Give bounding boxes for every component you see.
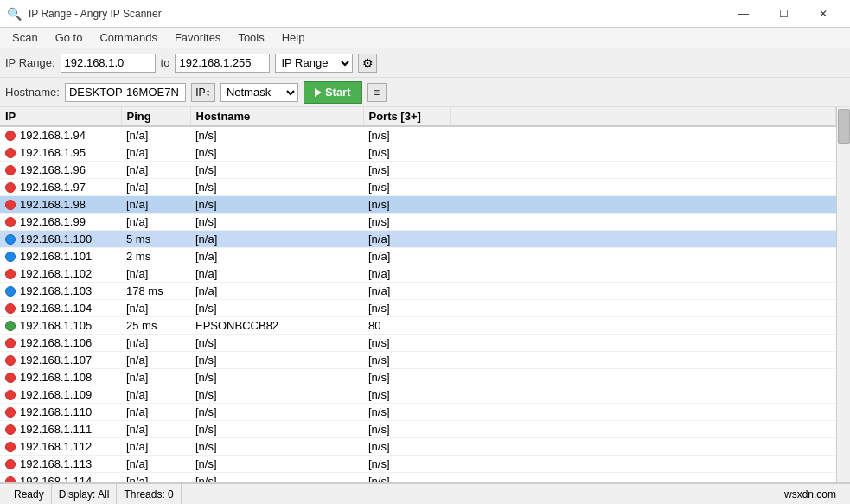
menu-item-help[interactable]: Help <box>273 28 314 48</box>
table-row[interactable]: 192.168.1.106[n/a][n/s][n/s] <box>0 335 836 352</box>
close-button[interactable]: ✕ <box>803 0 843 28</box>
maximize-button[interactable]: ☐ <box>764 0 803 28</box>
ip-cell: 192.168.1.113 <box>0 456 121 473</box>
extra-cell <box>450 265 836 283</box>
table-row[interactable]: 192.168.1.102[n/a][n/a][n/a] <box>0 265 836 283</box>
table-row[interactable]: 192.168.1.104[n/a][n/s][n/s] <box>0 300 836 317</box>
ip-cell: 192.168.1.108 <box>0 369 121 386</box>
table-row[interactable]: 192.168.1.108[n/a][n/s][n/s] <box>0 369 836 386</box>
status-dot-red <box>5 200 16 210</box>
ping-cell: [n/a] <box>121 335 190 352</box>
menu-bar: ScanGo toCommandsFavoritesToolsHelp <box>0 28 850 48</box>
status-dot-red <box>5 476 16 484</box>
ready-text: Ready <box>14 488 44 501</box>
settings-gear-button[interactable]: ⚙ <box>358 54 377 73</box>
list-options-button[interactable]: ≡ <box>367 83 387 102</box>
table-row[interactable]: 192.168.1.110[n/a][n/s][n/s] <box>0 404 836 421</box>
col-header-ports[interactable]: Ports [3+] <box>363 107 450 126</box>
ports-cell: [n/s] <box>363 421 450 438</box>
hostname-cell: [n/s] <box>190 214 363 231</box>
status-dot-red <box>5 390 16 400</box>
ip-to-input[interactable] <box>175 54 270 73</box>
ip-cell: 192.168.1.101 <box>0 248 121 265</box>
menu-item-scan[interactable]: Scan <box>3 28 47 48</box>
ip-sort-button[interactable]: IP↕ <box>191 83 215 102</box>
col-header-ping[interactable]: Ping <box>121 107 190 126</box>
ports-cell: [n/s] <box>363 369 450 386</box>
status-dot-red <box>5 338 16 348</box>
ports-cell: [n/s] <box>363 352 450 369</box>
hostname-cell: [n/s] <box>190 196 363 214</box>
table-row[interactable]: 192.168.1.114[n/a][n/s][n/s] <box>0 473 836 484</box>
status-dot-red <box>5 459 16 469</box>
col-header-hostname[interactable]: Hostname <box>190 107 363 126</box>
ping-cell: 178 ms <box>121 283 190 300</box>
ip-cell: 192.168.1.105 <box>0 317 121 335</box>
hostname-input[interactable] <box>65 83 186 102</box>
table-row[interactable]: 192.168.1.1012 ms[n/a][n/a] <box>0 248 836 265</box>
status-dot-blue <box>5 252 16 262</box>
table-row[interactable]: 192.168.1.95[n/a][n/s][n/s] <box>0 144 836 162</box>
ports-cell: [n/s] <box>363 386 450 404</box>
menu-item-tools[interactable]: Tools <box>229 28 272 48</box>
status-dot-red <box>5 165 16 175</box>
ip-address: 192.168.1.96 <box>20 163 86 176</box>
extra-cell <box>450 196 836 214</box>
table-row[interactable]: 192.168.1.99[n/a][n/s][n/s] <box>0 214 836 231</box>
table-row[interactable]: 192.168.1.113[n/a][n/s][n/s] <box>0 456 836 473</box>
table-row[interactable]: 192.168.1.111[n/a][n/s][n/s] <box>0 421 836 438</box>
table-row[interactable]: 192.168.1.97[n/a][n/s][n/s] <box>0 179 836 196</box>
status-dot-green <box>5 321 16 331</box>
toolbar-row1: IP Range: to IP Range Subnet Random ⚙ <box>0 48 850 78</box>
status-dot-red <box>5 407 16 418</box>
hostname-cell: [n/s] <box>190 421 363 438</box>
ping-cell: [n/a] <box>121 369 190 386</box>
table-row[interactable]: 192.168.1.96[n/a][n/s][n/s] <box>0 162 836 179</box>
table-row[interactable]: 192.168.1.109[n/a][n/s][n/s] <box>0 386 836 404</box>
ip-cell: 192.168.1.107 <box>0 352 121 369</box>
ip-sort-label: IP↕ <box>195 86 210 99</box>
ports-cell: [n/s] <box>363 179 450 196</box>
ip-cell: 192.168.1.94 <box>0 126 121 144</box>
table-row[interactable]: 192.168.1.94[n/a][n/s][n/s] <box>0 126 836 144</box>
ip-from-input[interactable] <box>61 54 156 73</box>
ping-cell: [n/a] <box>121 179 190 196</box>
extra-cell <box>450 438 836 456</box>
ip-cell: 192.168.1.114 <box>0 473 121 484</box>
table-row[interactable]: 192.168.1.103178 ms[n/a][n/a] <box>0 283 836 300</box>
ip-address: 192.168.1.94 <box>20 129 86 142</box>
to-label: to <box>161 56 170 69</box>
ip-address: 192.168.1.102 <box>20 267 92 280</box>
range-type-select[interactable]: IP Range Subnet Random <box>275 54 353 73</box>
status-display: Display: All <box>52 484 118 504</box>
status-threads: Threads: 0 <box>117 484 181 504</box>
menu-item-favorites[interactable]: Favorites <box>166 28 229 48</box>
col-header-ip[interactable]: IP <box>0 107 121 126</box>
results-table-container[interactable]: IP Ping Hostname Ports [3+] 192.168.1.94… <box>0 107 850 483</box>
hostname-cell: [n/s] <box>190 352 363 369</box>
ip-range-label: IP Range: <box>5 56 55 69</box>
start-button[interactable]: Start <box>304 81 362 104</box>
ports-cell: [n/s] <box>363 335 450 352</box>
status-dot-red <box>5 217 16 227</box>
extra-cell <box>450 248 836 265</box>
menu-item-go-to[interactable]: Go to <box>47 28 92 48</box>
table-row[interactable]: 192.168.1.10525 msEPSONBCCB8280 <box>0 317 836 335</box>
ip-cell: 192.168.1.100 <box>0 231 121 248</box>
hostname-cell: [n/a] <box>190 283 363 300</box>
status-dot-red <box>5 182 16 193</box>
ip-cell: 192.168.1.103 <box>0 283 121 300</box>
toolbar-row2: Hostname: IP↕ Netmask /8 /16 /24 Start ≡ <box>0 78 850 107</box>
ip-address: 192.168.1.111 <box>20 423 92 436</box>
scrollbar-area[interactable] <box>836 107 850 482</box>
table-row[interactable]: 192.168.1.112[n/a][n/s][n/s] <box>0 438 836 456</box>
table-row[interactable]: 192.168.1.107[n/a][n/s][n/s] <box>0 352 836 369</box>
list-icon: ≡ <box>374 86 380 99</box>
minimize-button[interactable]: — <box>724 0 764 28</box>
menu-item-commands[interactable]: Commands <box>91 28 165 48</box>
ports-cell: [n/a] <box>363 231 450 248</box>
netmask-select[interactable]: Netmask /8 /16 /24 <box>220 83 298 102</box>
table-row[interactable]: 192.168.1.1005 ms[n/a][n/a] <box>0 231 836 248</box>
table-row[interactable]: 192.168.1.98[n/a][n/s][n/s] <box>0 196 836 214</box>
ping-cell: [n/a] <box>121 404 190 421</box>
